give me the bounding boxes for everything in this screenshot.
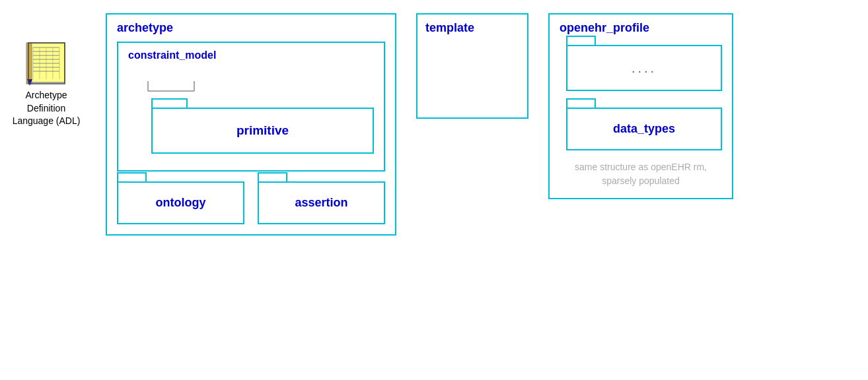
ontology-folder: ontology	[117, 181, 244, 224]
dots-label: ....	[632, 61, 657, 76]
openehr-profile-title: openehr_profile	[560, 21, 722, 35]
assertion-label: assertion	[295, 196, 347, 209]
svg-rect-13	[26, 43, 32, 84]
archetype-title: archetype	[117, 21, 385, 35]
adl-icon	[25, 40, 68, 89]
adl-label: Archetype Definition Language (ADL)	[7, 89, 86, 128]
datatypes-folder: data_types	[566, 108, 722, 150]
archetype-bottom-row: ontology assertion	[117, 181, 385, 224]
dots-folder: ....	[566, 45, 722, 91]
primitive-label: primitive	[236, 123, 289, 137]
diagram-container: Archetype Definition Language (ADL) arch…	[0, 0, 868, 380]
template-panel: template	[416, 13, 528, 119]
constraint-model-title: constraint_model	[128, 49, 374, 61]
datatypes-label: data_types	[613, 122, 675, 135]
ontology-label: ontology	[156, 196, 206, 209]
assertion-folder: assertion	[258, 181, 385, 224]
openehr-note: same structure as openEHR rm, sparsely p…	[560, 160, 722, 188]
primitive-folder: primitive	[151, 108, 374, 154]
archetype-panel: archetype constraint_model primitive	[106, 13, 396, 236]
template-title: template	[425, 21, 519, 35]
left-panel: Archetype Definition Language (ADL)	[7, 40, 86, 128]
constraint-model-box: constraint_model primitive	[117, 42, 385, 172]
openehr-profile-panel: openehr_profile .... data_types same str…	[548, 13, 733, 199]
